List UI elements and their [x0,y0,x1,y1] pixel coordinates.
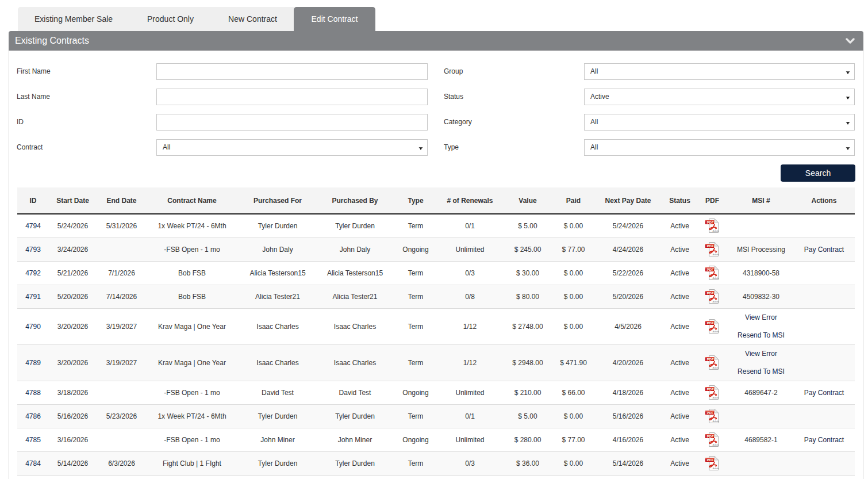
svg-text:PDF: PDF [707,435,714,438]
svg-text:PDF: PDF [707,411,714,415]
svg-text:PDF: PDF [707,358,714,361]
svg-text:Adobe: Adobe [713,396,719,399]
svg-text:PDF: PDF [707,244,714,248]
svg-text:Adobe: Adobe [713,467,719,470]
svg-text:Adobe: Adobe [713,277,719,279]
svg-text:PDF: PDF [707,292,714,295]
svg-text:Adobe: Adobe [713,443,719,446]
svg-text:Adobe: Adobe [713,420,719,423]
svg-text:Adobe: Adobe [713,253,719,256]
svg-text:PDF: PDF [707,458,714,462]
svg-text:PDF: PDF [707,321,714,325]
svg-text:Adobe: Adobe [713,330,719,333]
svg-text:Adobe: Adobe [713,229,719,232]
svg-text:Adobe: Adobe [713,300,719,303]
svg-text:PDF: PDF [707,388,714,391]
svg-text:PDF: PDF [707,221,714,224]
svg-text:PDF: PDF [707,268,714,271]
svg-text:Adobe: Adobe [713,366,719,369]
